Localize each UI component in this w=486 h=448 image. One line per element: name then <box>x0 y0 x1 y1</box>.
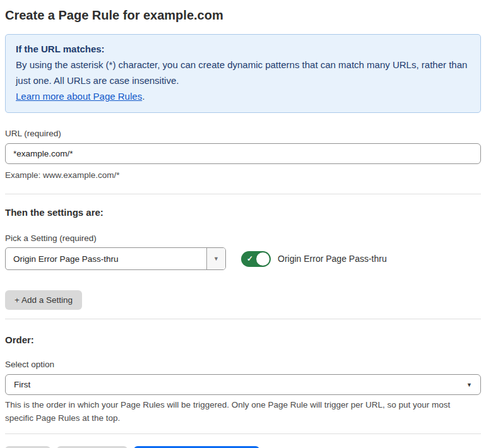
setting-select[interactable]: Origin Error Page Pass-thru ▼ <box>5 247 226 270</box>
order-select-label: Select option <box>5 360 481 369</box>
chevron-down-icon[interactable]: ▼ <box>206 248 225 269</box>
info-box-link-line: Learn more about Page Rules. <box>16 88 470 104</box>
order-heading: Order: <box>5 334 481 345</box>
create-page-rule-form: Create a Page Rule for example.com If th… <box>5 6 481 448</box>
divider <box>5 194 481 194</box>
url-match-info-box: If the URL matches: By using the asteris… <box>5 34 481 113</box>
order-select[interactable]: First ▼ <box>5 374 481 395</box>
setting-toggle[interactable]: ✓ <box>241 251 271 267</box>
info-box-heading: If the URL matches: <box>16 41 470 57</box>
url-example-hint: Example: www.example.com/* <box>5 168 481 182</box>
order-help-text: This is the order in which your Page Rul… <box>5 398 477 425</box>
check-icon: ✓ <box>247 255 253 262</box>
url-input[interactable] <box>5 143 481 164</box>
divider <box>5 433 481 434</box>
page-title: Create a Page Rule for example.com <box>5 6 481 24</box>
learn-more-link[interactable]: Learn more about Page Rules <box>16 91 142 102</box>
setting-row: Origin Error Page Pass-thru ▼ ✓ Origin E… <box>5 247 481 270</box>
order-select-value: First <box>14 380 30 389</box>
url-label: URL (required) <box>5 129 481 138</box>
setting-select-value: Origin Error Page Pass-thru <box>6 248 206 269</box>
pick-setting-label: Pick a Setting (required) <box>5 233 481 243</box>
setting-toggle-label: Origin Error Page Pass-thru <box>278 254 387 264</box>
settings-heading: Then the settings are: <box>5 207 481 218</box>
divider <box>5 319 481 319</box>
info-box-body: By using the asterisk (*) character, you… <box>16 57 470 88</box>
chevron-down-icon: ▼ <box>466 382 472 388</box>
add-setting-button[interactable]: + Add a Setting <box>5 290 82 310</box>
toggle-knob <box>256 252 270 266</box>
link-period: . <box>142 91 145 102</box>
